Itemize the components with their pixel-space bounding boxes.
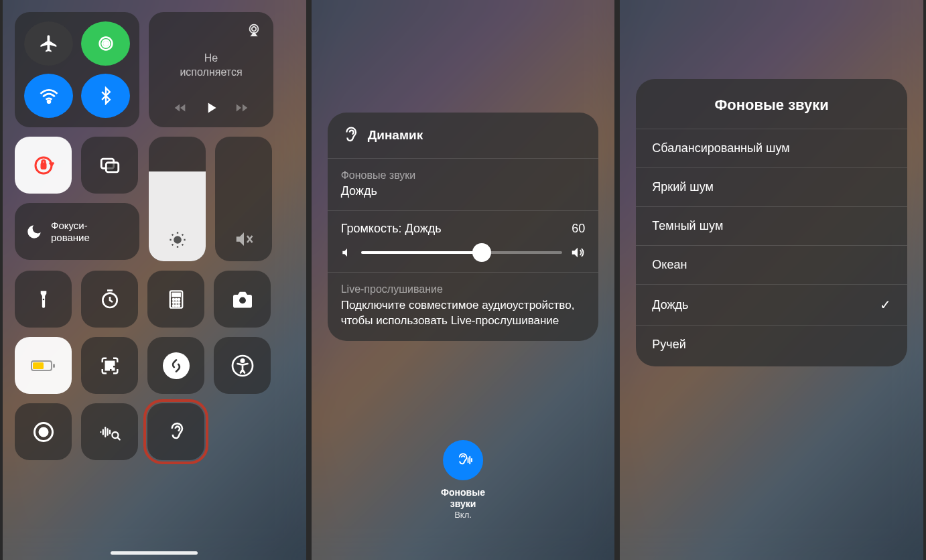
- airplane-mode-toggle[interactable]: [24, 21, 73, 66]
- accessibility-button[interactable]: [214, 337, 271, 394]
- volume-track[interactable]: [361, 251, 563, 254]
- battery-icon: [30, 358, 57, 373]
- bluetooth-toggle[interactable]: [81, 74, 130, 118]
- live-listen-label: Live-прослушивание: [341, 283, 586, 295]
- shazam-button[interactable]: [147, 337, 204, 394]
- screen-record-button[interactable]: [15, 403, 72, 460]
- accessibility-icon: [230, 354, 255, 378]
- low-power-mode-toggle[interactable]: [15, 337, 72, 394]
- svg-point-1: [48, 100, 50, 103]
- svg-point-21: [178, 305, 179, 306]
- screen-mirroring-button[interactable]: [81, 137, 138, 194]
- background-sounds-toggle[interactable]: Фоновые звуки Вкл.: [441, 440, 485, 520]
- svg-point-22: [239, 297, 246, 303]
- flashlight-button[interactable]: [15, 271, 72, 328]
- sounds-title: Фоновые звуки: [636, 79, 907, 129]
- music-tile[interactable]: Не исполняется: [149, 12, 273, 127]
- volume-section: Громкость: Дождь 60: [328, 211, 599, 273]
- next-track-button[interactable]: [235, 100, 249, 115]
- svg-point-15: [178, 298, 179, 299]
- svg-point-8: [174, 236, 180, 242]
- cellular-data-toggle[interactable]: [81, 21, 130, 66]
- sound-option-label: Дождь: [652, 298, 688, 312]
- orientation-lock-toggle[interactable]: [15, 137, 72, 194]
- qr-icon: [100, 356, 120, 376]
- play-button[interactable]: [202, 99, 220, 117]
- music-status: Не исполняется: [180, 52, 242, 80]
- wifi-toggle[interactable]: [24, 74, 73, 118]
- sound-option-label: Океан: [652, 258, 687, 272]
- hearing-button[interactable]: [147, 403, 204, 460]
- wifi-icon: [39, 86, 59, 106]
- volume-slider[interactable]: [215, 137, 272, 261]
- checkmark-icon: ✓: [880, 297, 891, 313]
- svg-point-13: [172, 298, 174, 299]
- svg-point-19: [172, 305, 174, 306]
- svg-rect-12: [172, 293, 180, 296]
- screen-mirroring-icon: [98, 154, 121, 177]
- sound-option[interactable]: Темный шум: [636, 206, 907, 245]
- sounds-card: Фоновые звуки Сбалансированный шумЯркий …: [636, 79, 907, 366]
- calculator-button[interactable]: [147, 271, 204, 328]
- brightness-slider[interactable]: [149, 137, 206, 261]
- sound-recognition-icon: [98, 422, 121, 442]
- focus-mode-button[interactable]: Фокуси- рование: [15, 203, 139, 260]
- flashlight-icon: [35, 289, 52, 309]
- svg-point-34: [40, 428, 48, 436]
- sound-option[interactable]: Дождь✓: [636, 284, 907, 325]
- sound-option[interactable]: Ручей: [636, 325, 907, 364]
- timer-icon: [99, 289, 121, 310]
- airplay-icon[interactable]: [247, 23, 261, 38]
- bg-sounds-label: Фоновые звуки: [341, 169, 586, 182]
- volume-value: 60: [572, 222, 585, 236]
- svg-rect-25: [53, 364, 55, 368]
- camera-button[interactable]: [214, 271, 271, 328]
- connectivity-group: [15, 12, 139, 127]
- volume-thumb[interactable]: [472, 243, 491, 262]
- svg-rect-30: [112, 368, 114, 370]
- prev-track-button[interactable]: [173, 100, 188, 115]
- sound-option-label: Сбалансированный шум: [652, 141, 789, 155]
- bg-sounds-button-state: Вкл.: [441, 510, 485, 520]
- hearing-header: Динамик: [328, 113, 599, 159]
- svg-point-0: [104, 42, 107, 45]
- control-center-panel: Не исполняется: [3, 0, 306, 560]
- svg-rect-27: [111, 361, 114, 364]
- qr-scanner-button[interactable]: [81, 337, 138, 394]
- svg-rect-28: [105, 366, 109, 370]
- svg-point-17: [175, 301, 176, 303]
- record-icon: [31, 420, 56, 444]
- volume-label: Громкость: Дождь: [341, 222, 442, 236]
- airplane-icon: [39, 33, 59, 54]
- sound-option-label: Темный шум: [652, 219, 723, 233]
- background-sounds-row[interactable]: Фоновые звуки Дождь: [328, 159, 599, 211]
- svg-point-14: [175, 298, 176, 299]
- ear-sound-icon: [453, 450, 473, 470]
- camera-icon: [231, 290, 254, 309]
- sound-recognition-button[interactable]: [81, 403, 138, 460]
- ear-icon: [341, 125, 360, 146]
- sound-option[interactable]: Океан: [636, 245, 907, 284]
- home-indicator[interactable]: [111, 551, 198, 555]
- svg-point-9: [42, 298, 44, 300]
- volume-high-icon: [570, 245, 585, 260]
- calculator-icon: [167, 289, 186, 309]
- sound-option[interactable]: Яркий шум: [636, 167, 907, 206]
- shazam-icon: [168, 357, 185, 374]
- focus-label: Фокуси- рование: [51, 220, 90, 244]
- sound-option[interactable]: Сбалансированный шум: [636, 129, 907, 167]
- hearing-panel: Динамик Фоновые звуки Дождь Громкость: Д…: [312, 0, 615, 560]
- volume-slider-row[interactable]: [341, 245, 586, 260]
- svg-rect-24: [33, 362, 44, 369]
- cellular-icon: [95, 33, 117, 54]
- live-listen-section: Live-прослушивание Подключите совместимо…: [328, 273, 599, 341]
- svg-rect-5: [42, 163, 46, 169]
- svg-point-20: [175, 305, 176, 306]
- timer-button[interactable]: [81, 271, 138, 328]
- svg-point-18: [178, 301, 179, 303]
- sound-option-label: Ручей: [652, 338, 685, 352]
- bg-sounds-button-label: Фоновые звуки: [441, 487, 485, 510]
- sounds-list-panel: Фоновые звуки Сбалансированный шумЯркий …: [620, 0, 923, 560]
- sound-option-label: Яркий шум: [652, 180, 714, 194]
- bg-sounds-value: Дождь: [341, 184, 586, 198]
